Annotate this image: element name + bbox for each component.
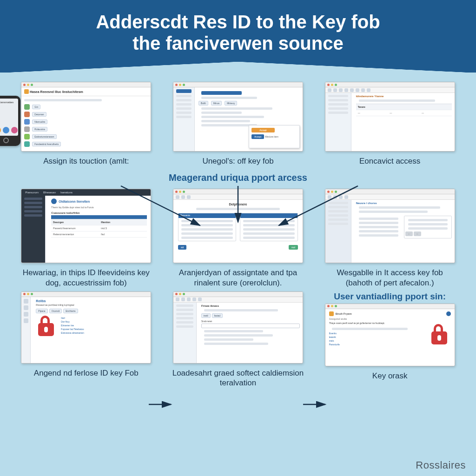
lock-icon xyxy=(36,316,56,336)
step-9-screenshot: Bnolt Fryem Gresgored iotulta Thaye ssar… xyxy=(325,304,455,366)
step-7-caption: Angend nd ferlose ID key Fob xyxy=(34,368,139,378)
step-2-screenshot: Bulilt Minos Mitnexy Accept Accept Weslo… xyxy=(173,82,303,152)
page-header: Adderscdt Res ID to the Key fob the fanc… xyxy=(0,0,476,73)
device-label: Gansmattes xyxy=(0,101,13,104)
step-4-caption: Hewariag, in thips ID lfeevideins key do… xyxy=(19,268,153,288)
step-2: Bulilt Minos Mitnexy Accept Accept Weslo… xyxy=(169,82,308,166)
info-icon xyxy=(446,311,451,316)
panel-title: ldindamurere Ytanne xyxy=(356,95,452,98)
title-line-1: Adderscdt Res ID to the Key fob xyxy=(96,12,380,32)
page-title: Adderscdt Res ID to the Key fob the fanc… xyxy=(9,11,467,54)
step-6: Neusre / chorss ··· ··· Wesgablle in It … xyxy=(320,189,459,288)
step-5: Detphonere Peavenrs sid mol xyxy=(169,189,308,288)
home-button-icon xyxy=(3,138,9,143)
form-button[interactable]: ··· xyxy=(405,231,413,236)
action-button-1[interactable]: sid xyxy=(178,245,186,250)
lock-icon xyxy=(429,324,450,344)
popup-primary-button[interactable]: Accept xyxy=(251,128,275,132)
step-9-caption: Key orask xyxy=(372,371,408,381)
middle-section-title: Meagerand uriqua pport arcess xyxy=(169,172,308,183)
step-6-screenshot: Neusre / chorss ··· ··· xyxy=(325,189,455,263)
step-1: Gansmattes Hasea Reeesnd llluc linstuchi… xyxy=(17,82,156,166)
title-line-2: the fanciverwen sounce xyxy=(132,33,343,53)
window-title: Hasea Reeesnd llluc linstuchitesm xyxy=(30,90,83,93)
step-2-caption: Unegol's: off key fob xyxy=(202,156,273,166)
step-5-caption: Aranjerdyan of assigntate and tpa rinale… xyxy=(171,268,305,288)
popup-confirm-button[interactable]: Accept xyxy=(251,134,264,139)
step-5-screenshot: Detphonere Peavenrs sid mol xyxy=(173,189,303,263)
step-9-label: User vantiadling pport sin: xyxy=(334,291,446,302)
step-1-caption: Assign its touction (amlt: xyxy=(43,156,129,166)
step-9: User vantiadling pport sin: Bnolt Fryem … xyxy=(320,291,459,388)
step-8-screenshot: Frisee iknass trettl fasied Snab-tetet xyxy=(173,291,303,364)
step-4: Piansorom Bfresesan Iserations Oldtaicon… xyxy=(17,189,156,288)
keyfob-device: Gansmattes xyxy=(0,96,20,146)
step-3-screenshot: ldindamurere Ytanne Tanare ——— xyxy=(325,82,455,152)
brand-watermark: Rosslaires xyxy=(416,459,466,471)
steps-grid: Gansmattes Hasea Reeesnd llluc linstuchi… xyxy=(0,73,476,392)
step-8-caption: Loadesahrt graed softect caldiemsion ter… xyxy=(171,368,305,388)
action-button-2[interactable]: mol xyxy=(289,245,298,250)
step-3-caption: Eoncavict access xyxy=(359,156,420,166)
form-button-2[interactable]: ··· xyxy=(414,231,421,236)
step-6-caption: Wesgablle in It access key fob (bahoth o… xyxy=(323,268,457,288)
step-3: ldindamurere Ytanne Tanare ——— Eoncavict… xyxy=(320,82,459,166)
step-1-screenshot: Hasea Reeesnd llluc linstuchitesm Gm Det… xyxy=(21,82,151,152)
step-7-screenshot: Reilbs Rrewed lue purribied inling luyri… xyxy=(21,291,151,364)
device-icons xyxy=(0,127,18,133)
step-4-screenshot: Piansorom Bfresesan Iserations Oldtaicon… xyxy=(21,189,151,263)
step-7: Reilbs Rrewed lue purribied inling luyri… xyxy=(17,291,156,388)
step-8: Frisee iknass trettl fasied Snab-tetet L… xyxy=(169,291,308,388)
